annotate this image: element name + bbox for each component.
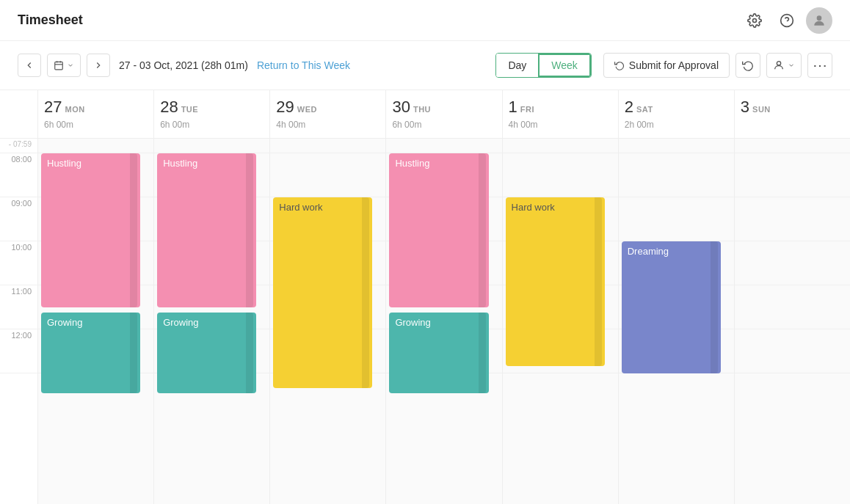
time-column: - 07:59 08:00 09:00 10:00 11:00 12:00 bbox=[0, 90, 38, 504]
date-range-label: 27 - 03 Oct, 2021 (28h 01m) bbox=[119, 59, 248, 71]
header: Timesheet bbox=[0, 0, 850, 41]
day-body-thu[interactable]: Hustling Growing bbox=[386, 139, 501, 504]
page-title: Timesheet bbox=[18, 12, 83, 28]
day-hours-mon: 6h 00m bbox=[44, 120, 148, 130]
day-header-sun: 3 SUN bbox=[735, 90, 850, 139]
event-dreaming-sat[interactable]: Dreaming bbox=[622, 241, 721, 373]
day-body-sun[interactable] bbox=[735, 139, 850, 504]
day-name-tue: TUE bbox=[181, 105, 199, 114]
day-body-fri[interactable]: Hard work bbox=[503, 139, 618, 504]
day-hours-wed: 4h 00m bbox=[276, 120, 379, 130]
day-col-thu: 30 THU 6h 00m Hustling Growing bbox=[386, 90, 502, 504]
day-col-mon: 27 MON 6h 00m Hustling Growing bbox=[38, 90, 154, 504]
day-num-fri: 1 bbox=[509, 98, 517, 117]
resize-handle[interactable] bbox=[130, 153, 137, 307]
svg-point-8 bbox=[777, 62, 780, 65]
day-num-thu: 30 bbox=[392, 98, 410, 117]
settings-button[interactable] bbox=[741, 7, 768, 34]
day-num-wed: 29 bbox=[276, 98, 294, 117]
calendar-picker-button[interactable] bbox=[47, 54, 81, 77]
days-grid: 27 MON 6h 00m Hustling Growing bbox=[38, 90, 850, 504]
day-name-thu: THU bbox=[413, 105, 431, 114]
day-header-tue: 28 TUE 6h 00m bbox=[154, 90, 269, 139]
resize-handle[interactable] bbox=[246, 153, 253, 307]
day-view-button[interactable]: Day bbox=[496, 54, 538, 77]
resize-handle[interactable] bbox=[362, 197, 369, 388]
time-slot-0800: 08:00 bbox=[0, 153, 37, 197]
sync-button[interactable] bbox=[735, 53, 760, 78]
submit-for-approval-button[interactable]: Submit for Approval bbox=[603, 53, 730, 78]
calendar: - 07:59 08:00 09:00 10:00 11:00 12:00 27… bbox=[0, 90, 850, 504]
day-name-wed: WED bbox=[297, 105, 317, 114]
day-name-fri: FRI bbox=[520, 105, 534, 114]
day-hours-tue: 6h 00m bbox=[160, 120, 264, 130]
day-hours-thu: 6h 00m bbox=[392, 120, 495, 130]
resize-handle[interactable] bbox=[479, 313, 486, 393]
day-col-fri: 1 FRI 4h 00m Hard work bbox=[503, 90, 619, 504]
user-filter-button[interactable] bbox=[766, 53, 802, 78]
view-toggle: Day Week bbox=[495, 53, 591, 78]
help-button[interactable] bbox=[774, 7, 800, 34]
more-options-button[interactable]: ⋯ bbox=[807, 53, 832, 78]
time-slot-1000: 10:00 bbox=[0, 241, 37, 285]
time-header-spacer bbox=[0, 90, 37, 139]
day-col-sun: 3 SUN bbox=[735, 90, 850, 504]
event-growing-thu[interactable]: Growing bbox=[389, 313, 488, 393]
resize-handle[interactable] bbox=[246, 313, 253, 393]
day-col-wed: 29 WED 4h 00m Hard work bbox=[270, 90, 386, 504]
header-actions bbox=[741, 7, 832, 34]
day-num-sat: 2 bbox=[625, 98, 633, 117]
day-col-sat: 2 SAT 2h 00m Dreaming bbox=[619, 90, 735, 504]
next-week-button[interactable] bbox=[87, 54, 110, 77]
day-header-fri: 1 FRI 4h 00m bbox=[503, 90, 618, 139]
event-growing-tue[interactable]: Growing bbox=[157, 313, 256, 393]
resize-handle[interactable] bbox=[130, 313, 137, 393]
day-col-tue: 28 TUE 6h 00m Hustling Growing bbox=[154, 90, 270, 504]
return-to-week-link[interactable]: Return to This Week bbox=[257, 59, 350, 71]
event-hardwork-fri[interactable]: Hard work bbox=[506, 197, 605, 366]
resize-handle[interactable] bbox=[479, 153, 486, 307]
resize-handle[interactable] bbox=[711, 241, 718, 373]
day-num-sun: 3 bbox=[741, 98, 749, 117]
prev-week-button[interactable] bbox=[18, 54, 41, 77]
event-hustling-mon[interactable]: Hustling bbox=[41, 153, 140, 307]
day-num-mon: 27 bbox=[44, 98, 62, 117]
day-name-mon: MON bbox=[65, 105, 84, 114]
time-slot-0900: 09:00 bbox=[0, 197, 37, 241]
day-name-sat: SAT bbox=[636, 105, 653, 114]
day-header-mon: 27 MON 6h 00m bbox=[38, 90, 153, 139]
time-slot-minus: - 07:59 bbox=[0, 139, 37, 153]
user-avatar-button[interactable] bbox=[806, 7, 832, 34]
event-hardwork-wed[interactable]: Hard work bbox=[273, 197, 372, 388]
day-body-tue[interactable]: Hustling Growing bbox=[154, 139, 269, 504]
day-body-sat[interactable]: Dreaming bbox=[619, 139, 734, 504]
day-num-tue: 28 bbox=[160, 98, 178, 117]
day-header-thu: 30 THU 6h 00m bbox=[386, 90, 501, 139]
resize-handle[interactable] bbox=[595, 197, 602, 366]
toolbar: 27 - 03 Oct, 2021 (28h 01m) Return to Th… bbox=[0, 41, 850, 90]
svg-point-0 bbox=[753, 18, 757, 22]
event-hustling-tue[interactable]: Hustling bbox=[157, 153, 256, 307]
event-hustling-thu[interactable]: Hustling bbox=[389, 153, 488, 307]
day-body-wed[interactable]: Hard work bbox=[270, 139, 385, 504]
day-hours-fri: 4h 00m bbox=[509, 120, 612, 130]
day-header-wed: 29 WED 4h 00m bbox=[270, 90, 385, 139]
day-hours-sat: 2h 00m bbox=[625, 120, 728, 130]
time-slot-1200: 12:00 bbox=[0, 329, 37, 373]
day-name-sun: SUN bbox=[752, 105, 771, 114]
day-body-mon[interactable]: Hustling Growing bbox=[38, 139, 153, 504]
svg-point-3 bbox=[817, 15, 822, 21]
day-header-sat: 2 SAT 2h 00m bbox=[619, 90, 734, 139]
svg-rect-4 bbox=[55, 62, 63, 70]
week-view-button[interactable]: Week bbox=[538, 54, 591, 77]
event-growing-mon[interactable]: Growing bbox=[41, 313, 140, 393]
time-slot-1100: 11:00 bbox=[0, 285, 37, 329]
